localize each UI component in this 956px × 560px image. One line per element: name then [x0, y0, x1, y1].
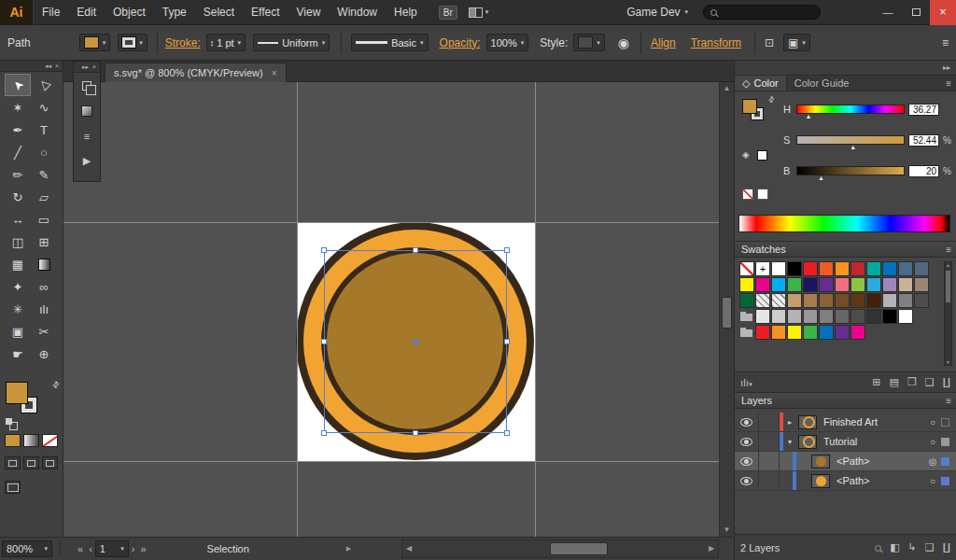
stroke-panel-icon[interactable]: ≡ — [74, 123, 100, 148]
slice-tool[interactable]: ✂ — [31, 320, 57, 343]
symbol-sprayer-tool[interactable]: ✳ — [5, 298, 31, 320]
align-link[interactable]: Align — [651, 36, 676, 49]
swatches-panel-menu-icon[interactable]: ≡ — [946, 245, 951, 255]
shape-builder-tool[interactable]: ◫ — [5, 231, 31, 253]
make-clipping-mask-icon[interactable]: ◧ — [890, 541, 899, 553]
new-layer-icon[interactable]: ❑ — [925, 541, 935, 553]
target-circle-icon[interactable]: ○ — [924, 437, 941, 447]
close-icon[interactable]: × — [92, 63, 96, 70]
swatch[interactable] — [819, 309, 834, 324]
layer-thumbnail[interactable] — [809, 455, 832, 469]
gradient-tool[interactable] — [31, 253, 57, 275]
color-spectrum-bar[interactable] — [738, 215, 950, 232]
scroll-up-icon[interactable]: ▲ — [720, 82, 734, 95]
previous-artboard-button[interactable]: ‹ — [89, 543, 92, 554]
swatch[interactable] — [787, 293, 802, 308]
scroll-down-icon[interactable]: ▼ — [720, 524, 734, 537]
swatch[interactable] — [803, 325, 818, 340]
free-transform-tool[interactable]: ▭ — [31, 208, 57, 231]
swatch[interactable] — [866, 277, 881, 292]
visibility-eye-icon[interactable] — [735, 432, 759, 451]
swatch[interactable] — [851, 277, 865, 292]
selection-handle[interactable] — [321, 430, 327, 436]
bridge-button[interactable]: Br — [439, 6, 457, 20]
selection-handle[interactable] — [321, 339, 327, 344]
out-of-gamut-cube-icon[interactable]: ◈ — [742, 149, 750, 160]
ellipse-tool[interactable]: ○ — [31, 141, 57, 163]
tab-color-guide[interactable]: Color Guide — [787, 76, 857, 91]
swatch-libraries-icon[interactable]: ıIı▾ — [740, 377, 752, 388]
guide-horizontal-bottom[interactable] — [63, 461, 719, 462]
last-artboard-button[interactable]: » — [140, 543, 146, 554]
horizontal-scroll-thumb[interactable] — [550, 542, 608, 555]
saturation-value-field[interactable]: 52.44 — [908, 134, 939, 147]
select-similar-dropdown[interactable]: ▣ ▾ — [783, 34, 810, 51]
expand-dock-icon[interactable]: ▸▸ — [943, 63, 950, 72]
swatch[interactable] — [866, 261, 881, 276]
swatch[interactable] — [803, 293, 818, 308]
swatch[interactable] — [739, 293, 754, 308]
change-screen-mode-button[interactable] — [5, 481, 21, 494]
swatch[interactable] — [819, 277, 834, 292]
delete-swatch-icon[interactable]: ∐ — [943, 376, 950, 388]
color-group-folder-icon[interactable] — [739, 309, 754, 324]
lock-toggle[interactable] — [759, 471, 780, 490]
selection-indicator[interactable] — [941, 477, 949, 485]
scroll-down-icon[interactable]: ▼ — [945, 359, 951, 365]
perspective-grid-tool[interactable]: ⊞ — [31, 231, 57, 253]
swatch[interactable] — [882, 277, 897, 292]
swatch[interactable] — [755, 309, 770, 324]
none-button[interactable] — [42, 434, 58, 447]
selection-tool[interactable]: ➤ — [5, 74, 31, 96]
search-input[interactable] — [722, 6, 813, 19]
opacity-link[interactable]: Opacity: — [440, 36, 481, 49]
lasso-tool[interactable]: ∿ — [31, 96, 57, 119]
color-group-folder-icon[interactable] — [739, 325, 754, 340]
target-circle-icon[interactable]: ○ — [924, 476, 941, 486]
swatch[interactable] — [882, 293, 897, 308]
swatches-scrollbar[interactable]: ▲ ▼ — [944, 261, 952, 366]
swatch-pattern[interactable] — [771, 293, 786, 308]
new-sublayer-icon[interactable]: ↳ — [908, 541, 917, 553]
control-panel-menu-icon[interactable]: ≡ — [942, 36, 949, 49]
swatch[interactable] — [771, 309, 786, 324]
scroll-up-icon[interactable]: ▲ — [945, 262, 951, 268]
swatch[interactable] — [898, 293, 913, 308]
menu-window[interactable]: Window — [329, 0, 386, 25]
swap-fill-stroke-icon[interactable]: ⇄ — [766, 94, 777, 105]
zoom-tool[interactable]: ⊕ — [31, 343, 57, 365]
minimize-button[interactable]: — — [874, 0, 902, 25]
selection-handle[interactable] — [321, 247, 327, 253]
stroke-color-dropdown[interactable]: ▾ — [118, 34, 148, 51]
slider-thumb-icon[interactable]: ▲ — [850, 144, 856, 150]
close-document-icon[interactable]: × — [272, 68, 277, 78]
visibility-eye-icon[interactable] — [735, 452, 759, 470]
new-color-group-icon[interactable]: ❒ — [907, 376, 917, 388]
swatch[interactable] — [755, 325, 770, 340]
draw-normal-button[interactable] — [5, 456, 21, 469]
layer-row[interactable]: ▾Tutorial○ — [735, 432, 956, 452]
swatch-view-icon[interactable]: ⊞ — [872, 376, 880, 388]
swatch[interactable] — [787, 309, 802, 324]
swatch[interactable] — [851, 293, 865, 308]
draw-inside-button[interactable] — [42, 456, 58, 469]
width-profile-dropdown[interactable]: Uniform ▾ — [253, 34, 330, 51]
swatch-kinds-icon[interactable]: ▤ — [890, 376, 899, 388]
tab-color[interactable]: ◇ Color — [735, 76, 787, 91]
layer-name[interactable]: <Path> — [832, 475, 924, 486]
arrange-documents-button[interactable]: ▾ — [469, 7, 489, 18]
selection-indicator[interactable] — [941, 438, 949, 446]
brightness-value-field[interactable]: 20 — [908, 165, 939, 177]
swatch[interactable] — [898, 309, 913, 324]
white-swatch[interactable] — [757, 189, 768, 200]
restore-button[interactable] — [902, 0, 930, 25]
layer-name[interactable]: Tutorial — [819, 436, 924, 447]
pen-tool[interactable]: ✒ — [5, 119, 31, 141]
menu-object[interactable]: Object — [105, 0, 154, 25]
swatch[interactable] — [835, 261, 850, 276]
gradient-button[interactable] — [23, 434, 39, 447]
swatch[interactable] — [866, 293, 881, 308]
swatch[interactable] — [819, 325, 834, 340]
status-menu-icon[interactable]: ▶ — [346, 545, 351, 553]
swatch[interactable] — [803, 309, 818, 324]
